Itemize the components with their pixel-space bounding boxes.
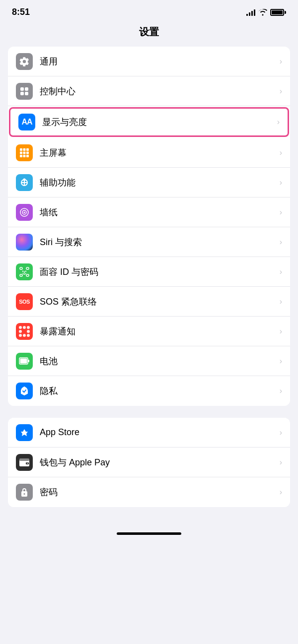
faceid-label: 面容 ID 与密码: [40, 266, 276, 278]
display-chevron: ›: [277, 118, 280, 127]
control-center-icon: [16, 83, 33, 100]
homescreen-chevron: ›: [280, 148, 282, 157]
settings-item-faceid[interactable]: 面容 ID 与密码 ›: [8, 257, 290, 287]
control-center-label: 控制中心: [40, 85, 276, 97]
settings-item-battery[interactable]: 电池 ›: [8, 346, 290, 376]
wallpaper-chevron: ›: [280, 208, 282, 217]
settings-item-exposure[interactable]: 暴露通知 ›: [8, 317, 290, 346]
svg-rect-6: [26, 148, 29, 151]
battery-chevron: ›: [280, 357, 282, 366]
svg-rect-11: [23, 155, 26, 157]
sos-text: SOS: [19, 299, 30, 305]
exposure-icon: [16, 323, 33, 340]
accessibility-label: 辅助功能: [40, 177, 276, 189]
general-icon: [16, 53, 33, 70]
password-label: 密码: [40, 486, 276, 498]
sos-icon: SOS: [16, 293, 33, 310]
svg-rect-12: [26, 155, 29, 157]
svg-rect-23: [26, 274, 29, 276]
svg-rect-21: [26, 267, 29, 269]
homescreen-label: 主屏幕: [40, 147, 276, 159]
appstore-icon: [16, 424, 33, 441]
accessibility-chevron: ›: [280, 178, 282, 187]
settings-item-display[interactable]: AA 显示与亮度 ›: [9, 107, 289, 137]
display-label: 显示与亮度: [42, 116, 273, 128]
privacy-chevron: ›: [280, 386, 282, 395]
svg-rect-22: [20, 274, 22, 276]
svg-rect-31: [19, 458, 29, 461]
siri-chevron: ›: [280, 238, 282, 247]
sos-chevron: ›: [280, 297, 282, 306]
svg-rect-9: [26, 151, 29, 154]
home-indicator: [117, 532, 181, 535]
settings-item-wallet[interactable]: 钱包与 Apple Pay ›: [8, 448, 290, 477]
wallpaper-label: 墙纸: [40, 206, 276, 218]
svg-rect-10: [20, 155, 22, 157]
faceid-icon: [16, 263, 33, 280]
settings-section-2: App Store › 钱包与 Apple Pay ›: [8, 418, 290, 507]
battery-settings-icon: [16, 353, 33, 370]
svg-rect-4: [20, 148, 22, 151]
wallet-label: 钱包与 Apple Pay: [40, 456, 276, 468]
wifi-icon: [258, 9, 267, 16]
homescreen-icon: [16, 144, 33, 161]
exposure-chevron: ›: [280, 327, 282, 336]
battery-icon: [270, 9, 286, 16]
settings-item-control-center[interactable]: 控制中心 ›: [8, 76, 290, 106]
control-center-chevron: ›: [280, 87, 282, 96]
settings-item-privacy[interactable]: 隐私 ›: [8, 376, 290, 406]
status-bar: 8:51: [0, 0, 298, 21]
svg-rect-28: [20, 358, 27, 363]
display-icon: AA: [18, 114, 35, 130]
svg-rect-1: [25, 87, 28, 91]
status-time: 8:51: [12, 7, 30, 17]
privacy-icon: [16, 383, 33, 399]
signal-icon: [246, 9, 255, 16]
svg-point-33: [27, 463, 28, 464]
exposure-dots: [19, 326, 30, 337]
svg-rect-20: [20, 267, 22, 269]
settings-section-1: 通用 › 控制中心 › AA 显示与亮度 ›: [8, 47, 290, 406]
battery-label: 电池: [40, 355, 276, 367]
wallet-chevron: ›: [280, 458, 282, 467]
svg-rect-5: [23, 148, 26, 151]
svg-rect-2: [20, 92, 24, 95]
exposure-label: 暴露通知: [40, 325, 276, 337]
password-chevron: ›: [280, 488, 282, 497]
faceid-chevron: ›: [280, 267, 282, 276]
settings-item-password[interactable]: 密码 ›: [8, 477, 290, 507]
svg-rect-3: [25, 92, 28, 95]
svg-rect-7: [20, 151, 22, 154]
appstore-chevron: ›: [280, 428, 282, 437]
wallet-icon: [16, 454, 33, 471]
settings-item-general[interactable]: 通用 ›: [8, 47, 290, 76]
svg-rect-0: [20, 87, 24, 91]
settings-item-appstore[interactable]: App Store ›: [8, 418, 290, 448]
general-chevron: ›: [280, 57, 282, 66]
wallpaper-icon: [16, 204, 33, 221]
sos-label: SOS 紧急联络: [40, 296, 276, 308]
siri-icon: [16, 234, 33, 251]
accessibility-icon: [16, 174, 33, 191]
password-icon: [16, 484, 33, 501]
svg-rect-29: [28, 360, 29, 362]
general-label: 通用: [40, 56, 276, 67]
page-title: 设置: [0, 21, 298, 47]
status-icons: [246, 9, 286, 16]
appstore-label: App Store: [40, 427, 276, 438]
settings-item-accessibility[interactable]: 辅助功能 ›: [8, 168, 290, 197]
siri-label: Siri 与搜索: [40, 236, 276, 248]
svg-rect-8: [23, 151, 26, 154]
settings-item-sos[interactable]: SOS SOS 紧急联络 ›: [8, 287, 290, 317]
settings-item-siri[interactable]: Siri 与搜索 ›: [8, 227, 290, 257]
svg-point-35: [24, 493, 25, 495]
svg-point-19: [24, 211, 25, 213]
settings-item-homescreen[interactable]: 主屏幕 ›: [8, 138, 290, 168]
settings-item-wallpaper[interactable]: 墙纸 ›: [8, 197, 290, 227]
privacy-label: 隐私: [40, 385, 276, 397]
